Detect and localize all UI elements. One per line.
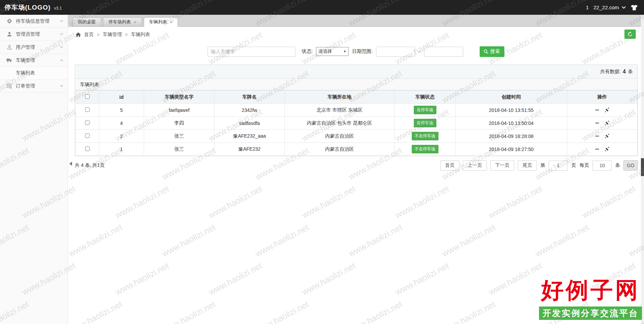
scrollbar-thumb[interactable] [641, 158, 644, 176]
row-checkbox[interactable] [85, 134, 90, 138]
sidebar: 停车场信息管理 管理员管理 用户管理 [0, 15, 68, 324]
search-button-label: 搜索 [490, 48, 500, 55]
row-checkbox[interactable] [85, 107, 90, 112]
main-area: 我的桌面 停车场列表 × 车辆列表 × 首页 > [68, 15, 644, 324]
col-location: 车辆所在地 [285, 91, 395, 104]
search-icon [484, 49, 488, 54]
delete-icon[interactable] [595, 121, 599, 125]
cell-type-name: 李四 [144, 117, 214, 130]
col-plate: 车牌名 [214, 91, 285, 104]
col-status: 车辆状态 [395, 91, 456, 104]
breadcrumb-vehicle-mgmt[interactable]: 车辆管理 [103, 32, 122, 38]
prev-page-button[interactable]: 上一页 [463, 160, 487, 171]
app-version: v3.1 [54, 6, 62, 11]
truck-icon [6, 57, 12, 63]
tab-vehicle-list[interactable]: 车辆列表 × [144, 17, 178, 27]
vehicle-grid-panel: 共有数据: 4 条 车辆列表 id 车辆类型名字 [75, 65, 638, 156]
cell-type-name: faefqawef [144, 104, 214, 117]
cell-plate: 豫AFE232 [214, 143, 285, 156]
table-header-row: id 车辆类型名字 车牌名 车辆所在地 车辆状态 创建时间 操作 [75, 91, 637, 104]
admin-icon [6, 31, 12, 37]
status-badge: 不在停车场 [412, 132, 438, 140]
edit-icon[interactable] [605, 108, 609, 112]
tab-my-desktop[interactable]: 我的桌面 [72, 17, 101, 27]
cell-plate: sadfasdfa [214, 117, 285, 130]
tab-bar: 我的桌面 停车场列表 × 车辆列表 × [68, 15, 644, 27]
tab-close-icon[interactable]: × [170, 20, 173, 24]
refresh-button[interactable] [624, 30, 636, 39]
total-count: 4 [623, 69, 626, 75]
row-checkbox[interactable] [85, 120, 90, 125]
breadcrumb-current: 车辆列表 [131, 32, 150, 38]
table-row[interactable]: 2 张三 豫AFE232_aaa 内蒙古自治区 不在停车场 2018-04-09… [75, 130, 637, 143]
sidebar-item-label: 管理员管理 [16, 31, 40, 37]
order-icon [6, 83, 12, 89]
status-badge: 在停车场 [414, 119, 436, 127]
sidebar-item-label: 停车场信息管理 [16, 18, 49, 24]
sidebar-item-vehicle-list[interactable]: 车辆列表 [0, 67, 68, 80]
date-from-input[interactable] [376, 47, 415, 57]
tab-label: 我的桌面 [78, 19, 96, 25]
page-size-input[interactable] [593, 161, 612, 171]
gear-icon [6, 18, 12, 24]
cell-location: 北京市 市辖区 东城区 [285, 104, 395, 117]
collapse-arrow-icon[interactable] [69, 162, 72, 166]
chevron-down-icon [622, 6, 626, 9]
status-select[interactable]: 请选择 ▼ [316, 47, 349, 56]
cell-location: 内蒙古自治区 [285, 143, 395, 156]
sidebar-item-label: 车辆管理 [16, 57, 35, 63]
tshirt-icon[interactable] [631, 4, 638, 11]
cell-plate: 豫AFE232_aaa [214, 130, 285, 143]
cell-type-name: 张三 [144, 130, 214, 143]
status-badge: 不在停车场 [412, 145, 438, 153]
cell-created: 2018-04-09 18:28:08 [456, 130, 567, 143]
next-page-button[interactable]: 下一页 [490, 160, 514, 171]
cell-created: 2018-04-09 18:27:50 [456, 143, 567, 156]
breadcrumb: 首页 > 车辆管理 > 车辆列表 [75, 32, 150, 38]
col-created: 创建时间 [456, 91, 567, 104]
table-row[interactable]: 1 张三 豫AFE232 内蒙古自治区 不在停车场 2018-04-09 18:… [75, 143, 637, 156]
table-body: 5 faefqawef 2342fw 北京市 市辖区 东城区 在停车场 2018… [75, 104, 637, 156]
delete-icon[interactable] [595, 147, 599, 151]
breadcrumb-home[interactable]: 首页 [84, 32, 94, 38]
delete-icon[interactable] [595, 134, 599, 138]
per-page-unit: 条 [615, 162, 620, 169]
edit-icon[interactable] [605, 134, 609, 138]
delete-icon[interactable] [595, 108, 599, 112]
sidebar-item-admin[interactable]: 管理员管理 [0, 28, 68, 41]
topbar: 停车场(LOGO) v3.1 1 22_22.com [0, 0, 644, 15]
table-row[interactable]: 5 faefqawef 2342fw 北京市 市辖区 东城区 在停车场 2018… [75, 104, 637, 117]
col-id: id [99, 91, 144, 104]
sidebar-item-vehicles[interactable]: 车辆管理 [0, 54, 68, 67]
tab-close-icon[interactable]: × [134, 20, 137, 24]
edit-icon[interactable] [605, 147, 609, 151]
home-icon [75, 32, 81, 37]
refresh-icon [628, 32, 633, 37]
vertical-scrollbar[interactable] [641, 15, 644, 324]
page-number-input[interactable] [549, 161, 568, 171]
notification-count: 1 [586, 4, 588, 10]
sidebar-item-users[interactable]: 用户管理 [0, 41, 68, 54]
cell-id: 2 [99, 130, 144, 143]
account-menu[interactable]: 22_22.com [594, 4, 626, 10]
select-all-checkbox[interactable] [85, 94, 90, 99]
sidebar-item-parking-info[interactable]: 停车场信息管理 [0, 15, 68, 28]
edit-icon[interactable] [605, 121, 609, 125]
row-checkbox[interactable] [85, 147, 90, 151]
status-select-value: 请选择 [318, 48, 332, 55]
last-page-button[interactable]: 尾页 [518, 160, 537, 171]
pagination-summary-wrap: 共 4 条, 共1页 [75, 162, 105, 169]
keyword-input[interactable] [208, 47, 295, 57]
date-to-input[interactable] [424, 47, 463, 57]
first-page-button[interactable]: 首页 [440, 160, 459, 171]
search-button[interactable]: 搜索 [480, 46, 504, 57]
breadcrumb-row: 首页 > 车辆管理 > 车辆列表 [68, 27, 644, 43]
chevron-up-icon [60, 59, 63, 61]
go-button[interactable]: GO [623, 160, 638, 171]
sidebar-item-orders[interactable]: 订单管理 [0, 80, 68, 93]
col-type-name: 车辆类型名字 [144, 91, 214, 104]
tab-parking-list[interactable]: 停车场列表 × [103, 17, 142, 27]
chevron-down-icon [60, 46, 63, 48]
table-row[interactable]: 4 李四 sadfasdfa 内蒙古自治区 包头市 昆都仑区 在停车场 2018… [75, 117, 637, 130]
pagination-bar: 共 4 条, 共1页 首页 上一页 下一页 尾页 第 页 每页 条 GO [75, 160, 638, 171]
